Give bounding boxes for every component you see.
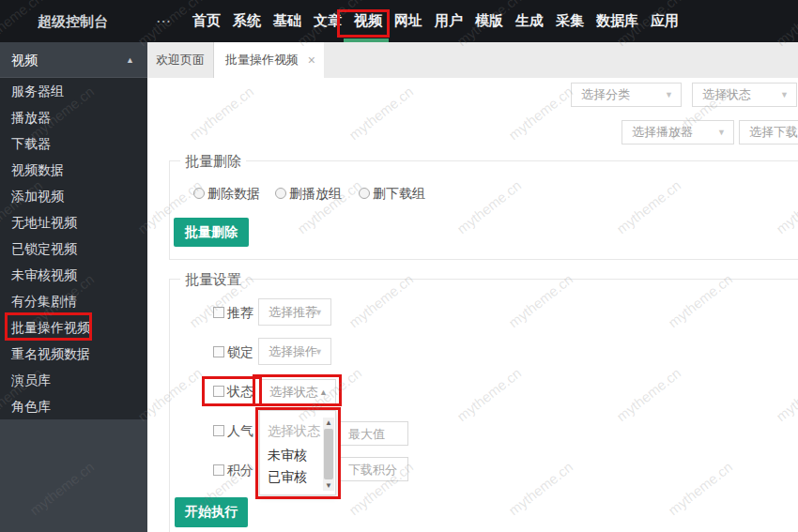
checkbox-recommend[interactable]: [213, 307, 224, 318]
dropdown-option-placeholder[interactable]: 选择状态: [268, 423, 320, 440]
nav-item-collect[interactable]: 采集: [556, 12, 584, 30]
sidebar-item-add-video[interactable]: 添加视频: [0, 183, 147, 209]
scroll-down-icon[interactable]: ▼: [323, 480, 334, 491]
label-popularity: 人气: [227, 423, 253, 440]
sidebar-item-downloader[interactable]: 下载器: [0, 130, 147, 157]
sidebar-item-episodes[interactable]: 有分集剧情: [0, 288, 147, 314]
radio-delete-data[interactable]: [193, 188, 205, 199]
caret-down-icon: ▼: [315, 308, 323, 317]
sidebar-group-video[interactable]: 视频 ▲: [0, 42, 147, 78]
execute-button[interactable]: 开始执行: [175, 497, 248, 527]
nav-item-article[interactable]: 文章: [314, 12, 342, 30]
more-menu-icon[interactable]: ⋯: [156, 0, 172, 42]
sidebar-item-unreviewed[interactable]: 未审核视频: [0, 262, 147, 288]
dropdown-scrollbar[interactable]: ▲ ▼: [323, 418, 334, 491]
lock-select[interactable]: 选择操作 ▼: [258, 338, 331, 365]
nav-item-basic[interactable]: 基础: [273, 12, 301, 30]
filter-player-select[interactable]: 选择播放器 ▼: [622, 120, 734, 144]
label-points: 积分: [227, 463, 253, 479]
filter-category-select[interactable]: 选择分类 ▼: [571, 83, 682, 107]
sidebar-item-duplicate-name[interactable]: 重名视频数据: [0, 341, 147, 367]
sidebar-item-actor-lib[interactable]: 演员库: [0, 367, 147, 393]
popularity-max-input[interactable]: [340, 421, 408, 446]
filter-status-select[interactable]: 选择状态 ▼: [692, 83, 797, 107]
sidebar-item-no-address[interactable]: 无地址视频: [0, 209, 147, 236]
watermark-text: mytheme.cn: [345, 84, 416, 144]
filter-status-placeholder: 选择状态: [702, 86, 751, 103]
points-input[interactable]: [340, 457, 408, 481]
sidebar-item-player[interactable]: 播放器: [0, 104, 147, 130]
nav-item-url[interactable]: 网址: [394, 12, 422, 30]
tab-welcome[interactable]: 欢迎页面: [147, 42, 214, 78]
nav-item-home[interactable]: 首页: [192, 12, 221, 30]
label-status: 状态: [227, 384, 253, 401]
dropdown-option-reviewed[interactable]: 已审核: [268, 469, 307, 486]
batch-set-legend: 批量设置: [180, 271, 246, 289]
nav-item-system[interactable]: 系统: [233, 12, 261, 30]
batch-delete-fieldset: [169, 160, 798, 260]
caret-down-icon: ▼: [665, 90, 673, 99]
nav-item-app[interactable]: 应用: [651, 12, 679, 30]
filter-category-placeholder: 选择分类: [581, 86, 630, 103]
recommend-placeholder: 选择推荐: [269, 304, 317, 321]
dropdown-option-unreviewed[interactable]: 未审核: [268, 448, 307, 464]
sidebar-group-label: 视频: [11, 42, 38, 78]
app-window: 超级控制台 ⋯ 首页 系统 基础 文章 视频 网址 用户 模版 生成 采集 数据…: [0, 0, 798, 532]
sidebar-item-batch-operate[interactable]: 批量操作视频: [0, 314, 147, 341]
top-navbar: 超级控制台 ⋯ 首页 系统 基础 文章 视频 网址 用户 模版 生成 采集 数据…: [0, 0, 798, 42]
sidebar-item-locked[interactable]: 已锁定视频: [0, 236, 147, 262]
main-nav: 首页 系统 基础 文章 视频 网址 用户 模版 生成 采集 数据库 应用: [192, 0, 679, 42]
watermark-text: mytheme.cn: [505, 84, 575, 144]
filter-player-placeholder: 选择播放器: [632, 124, 693, 141]
status-dropdown-panel: 选择状态 未审核 已审核 ▲ ▼: [259, 410, 336, 495]
nav-item-video[interactable]: 视频: [354, 12, 382, 30]
nav-item-generate[interactable]: 生成: [515, 12, 544, 30]
recommend-select[interactable]: 选择推荐 ▼: [258, 298, 331, 326]
caret-down-icon: ▼: [717, 128, 726, 137]
scroll-up-icon[interactable]: ▲: [323, 418, 334, 428]
radio-label-delete-downloadgroup: 删下载组: [373, 186, 425, 203]
watermark-text: mytheme.cn: [186, 84, 256, 144]
sidebar-item-role-lib[interactable]: 角色库: [0, 393, 147, 419]
nav-item-database[interactable]: 数据库: [596, 12, 638, 30]
caret-up-icon: ▲: [319, 388, 328, 397]
collapse-up-icon: ▲: [126, 42, 134, 78]
label-recommend: 推荐: [227, 305, 253, 322]
radio-label-delete-data: 删除数据: [207, 186, 260, 203]
caret-down-icon: ▼: [315, 347, 323, 357]
lock-placeholder: 选择操作: [269, 343, 317, 360]
filter-downloader-placeholder: 选择下载器: [749, 124, 798, 141]
label-lock: 锁定: [227, 344, 253, 361]
caret-down-icon: ▼: [780, 90, 789, 99]
sidebar-menu: 服务器组 播放器 下载器 视频数据 添加视频 无地址视频 已锁定视频 未审核视频…: [0, 78, 147, 419]
sidebar-item-server-group[interactable]: 服务器组: [0, 78, 147, 104]
nav-item-user[interactable]: 用户: [435, 12, 463, 30]
tab-batch-operate-video[interactable]: 批量操作视频 ×: [214, 42, 324, 78]
sidebar-item-video-data[interactable]: 视频数据: [0, 157, 147, 183]
close-icon[interactable]: ×: [308, 42, 315, 78]
batch-delete-button[interactable]: 批量删除: [174, 218, 249, 247]
checkbox-popularity[interactable]: [213, 425, 224, 436]
radio-delete-downloadgroup[interactable]: [359, 188, 370, 199]
checkbox-status[interactable]: [213, 386, 224, 397]
status-placeholder: 选择状态: [269, 384, 318, 401]
checkbox-lock[interactable]: [213, 346, 224, 357]
radio-delete-playgroup[interactable]: [275, 188, 286, 199]
tab-label: 批量操作视频: [225, 53, 299, 67]
filter-downloader-select[interactable]: 选择下载器: [739, 120, 798, 144]
batch-delete-legend: 批量删除: [180, 153, 246, 171]
checkbox-points[interactable]: [213, 464, 224, 476]
scrollbar-thumb[interactable]: [324, 429, 333, 479]
app-title: 超级控制台: [38, 0, 108, 42]
nav-item-template[interactable]: 模版: [475, 12, 503, 30]
radio-label-delete-playgroup: 删播放组: [289, 186, 342, 203]
status-select[interactable]: 选择状态 ▲: [259, 379, 336, 404]
